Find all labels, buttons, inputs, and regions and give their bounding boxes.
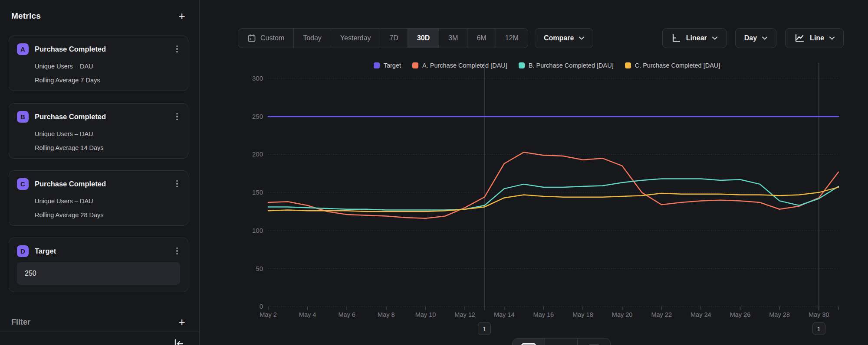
- metrics-header: Metrics: [11, 11, 41, 21]
- line-chart-icon: [794, 33, 805, 43]
- chart-layout-switcher: [512, 338, 611, 345]
- range-3m[interactable]: 3M: [439, 29, 467, 48]
- svg-text:May 28: May 28: [769, 311, 790, 318]
- svg-text:May 14: May 14: [494, 311, 515, 318]
- svg-text:May 20: May 20: [612, 311, 633, 318]
- range-custom[interactable]: Custom: [238, 29, 294, 48]
- layout-large-icon: [521, 343, 536, 345]
- svg-text:May 4: May 4: [299, 311, 316, 318]
- svg-text:May 26: May 26: [730, 311, 751, 318]
- annotation-badge[interactable]: 1: [478, 322, 491, 335]
- chevron-down-icon: [579, 36, 584, 40]
- metric-measure: Unique Users – DAU: [35, 198, 93, 205]
- layout-small-button[interactable]: [578, 338, 610, 345]
- metric-badge: C: [17, 178, 29, 190]
- metric-card-a[interactable]: APurchase CompletedUnique Users – DAURol…: [9, 36, 188, 91]
- metric-badge: D: [17, 245, 29, 257]
- svg-text:50: 50: [256, 265, 263, 272]
- kebab-menu-icon[interactable]: [172, 245, 182, 257]
- kebab-menu-icon[interactable]: [172, 111, 182, 122]
- metrics-header-row: Metrics +: [11, 10, 188, 23]
- svg-text:May 10: May 10: [415, 311, 436, 318]
- layout-large-button[interactable]: [513, 338, 545, 345]
- chart-type-select-button[interactable]: Line: [785, 28, 844, 48]
- range-7d[interactable]: 7D: [380, 29, 408, 48]
- scale-label: Linear: [686, 34, 707, 42]
- compare-label: Compare: [544, 34, 574, 42]
- svg-text:May 16: May 16: [533, 311, 554, 318]
- metric-measure: Unique Users – DAU: [35, 63, 93, 70]
- svg-text:300: 300: [252, 75, 263, 82]
- sidebar: Metrics + APurchase CompletedUnique User…: [0, 0, 200, 345]
- svg-text:May 24: May 24: [690, 311, 711, 318]
- svg-text:May 6: May 6: [338, 311, 355, 318]
- collapse-sidebar-icon[interactable]: [173, 338, 186, 345]
- chart-area: TargetA. Purchase Completed [DAU]B. Purc…: [243, 59, 851, 345]
- svg-text:May 2: May 2: [260, 311, 277, 318]
- svg-text:May 30: May 30: [809, 311, 829, 318]
- metric-badge: A: [17, 43, 29, 55]
- target-value-input[interactable]: [17, 262, 180, 285]
- chevron-down-icon: [762, 36, 767, 40]
- calendar-icon: [247, 34, 256, 42]
- target-card[interactable]: D Target: [9, 238, 188, 292]
- compare-button[interactable]: Compare: [535, 28, 593, 48]
- metric-card-title: Purchase Completed: [35, 45, 172, 53]
- metric-card-c[interactable]: CPurchase CompletedUnique Users – DAURol…: [9, 170, 188, 226]
- svg-text:150: 150: [252, 189, 263, 196]
- date-range-selector: CustomTodayYesterday7D30D3M6M12M: [238, 28, 528, 48]
- chart-type-label: Line: [810, 34, 824, 42]
- chevron-down-icon: [712, 36, 717, 40]
- axis-scale-icon: [671, 33, 681, 43]
- chevron-down-icon: [829, 36, 835, 40]
- granularity-label: Day: [744, 34, 757, 42]
- svg-text:100: 100: [252, 227, 263, 234]
- metric-rolling-average: Rolling Average 7 Days: [35, 77, 100, 84]
- range-yesterday[interactable]: Yesterday: [331, 29, 381, 48]
- layout-medium-button[interactable]: [545, 338, 578, 345]
- sidebar-divider: [0, 332, 199, 332]
- metric-rolling-average: Rolling Average 28 Days: [35, 212, 104, 218]
- metric-measure: Unique Users – DAU: [35, 130, 93, 137]
- svg-text:0: 0: [260, 303, 263, 310]
- kebab-menu-icon[interactable]: [172, 43, 182, 55]
- range-30d[interactable]: 30D: [408, 29, 439, 48]
- svg-text:May 8: May 8: [378, 311, 395, 318]
- add-metric-button[interactable]: +: [176, 10, 188, 22]
- add-filter-button[interactable]: +: [176, 316, 188, 328]
- filter-header: Filter: [11, 318, 30, 327]
- svg-text:May 18: May 18: [572, 311, 593, 318]
- scale-select-button[interactable]: Linear: [662, 28, 727, 48]
- kebab-menu-icon[interactable]: [172, 178, 182, 189]
- svg-text:250: 250: [252, 113, 263, 120]
- svg-text:May 12: May 12: [454, 311, 475, 318]
- target-card-title: Target: [35, 247, 172, 255]
- metric-card-title: Purchase Completed: [35, 180, 172, 188]
- metric-rolling-average: Rolling Average 14 Days: [35, 144, 104, 151]
- annotation-badge[interactable]: 1: [812, 322, 825, 335]
- metric-card-title: Purchase Completed: [35, 113, 172, 121]
- metric-card-b[interactable]: BPurchase CompletedUnique Users – DAURol…: [9, 103, 188, 159]
- line-chart: 050100150200250300May 2May 4May 6May 8Ma…: [243, 59, 851, 319]
- range-today[interactable]: Today: [294, 29, 331, 48]
- filter-header-row: Filter +: [11, 316, 188, 329]
- metric-badge: B: [17, 111, 29, 123]
- svg-text:May 22: May 22: [651, 311, 672, 318]
- chart-options-group: Linear Day Line: [662, 28, 844, 48]
- svg-text:200: 200: [252, 150, 263, 158]
- range-6m[interactable]: 6M: [467, 29, 496, 48]
- metrics-dashboard: { "sidebar": { "metrics_header": "Metric…: [0, 0, 868, 345]
- granularity-select-button[interactable]: Day: [735, 28, 776, 48]
- range-12m[interactable]: 12M: [496, 29, 528, 48]
